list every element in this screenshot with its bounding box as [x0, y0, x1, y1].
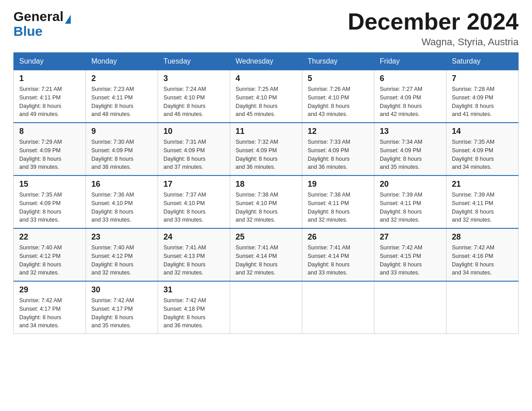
day-info: Sunrise: 7:35 AMSunset: 4:09 PMDaylight:…	[19, 192, 62, 223]
calendar-cell: 5 Sunrise: 7:26 AMSunset: 4:10 PMDayligh…	[302, 70, 374, 123]
logo-general-text: General	[13, 9, 64, 24]
day-number: 27	[380, 232, 441, 242]
calendar-cell: 20 Sunrise: 7:39 AMSunset: 4:11 PMDaylig…	[374, 176, 446, 228]
day-info: Sunrise: 7:33 AMSunset: 4:09 PMDaylight:…	[308, 139, 350, 170]
calendar-cell: 22 Sunrise: 7:40 AMSunset: 4:12 PMDaylig…	[14, 228, 86, 281]
day-number: 17	[163, 180, 224, 189]
day-number: 3	[163, 74, 224, 83]
calendar-cell	[374, 281, 446, 334]
calendar-cell: 9 Sunrise: 7:30 AMSunset: 4:09 PMDayligh…	[86, 123, 158, 176]
calendar-cell: 6 Sunrise: 7:27 AMSunset: 4:09 PMDayligh…	[374, 70, 446, 123]
day-number: 21	[452, 180, 513, 189]
calendar-week-2: 8 Sunrise: 7:29 AMSunset: 4:09 PMDayligh…	[14, 123, 519, 176]
calendar-cell: 8 Sunrise: 7:29 AMSunset: 4:09 PMDayligh…	[14, 123, 86, 176]
day-info: Sunrise: 7:29 AMSunset: 4:09 PMDaylight:…	[19, 139, 62, 170]
calendar-cell	[230, 281, 302, 334]
day-info: Sunrise: 7:38 AMSunset: 4:10 PMDaylight:…	[236, 192, 278, 223]
day-number: 26	[308, 232, 369, 242]
calendar-cell: 28 Sunrise: 7:42 AMSunset: 4:16 PMDaylig…	[446, 228, 519, 281]
day-number: 30	[91, 285, 152, 295]
calendar-cell: 27 Sunrise: 7:42 AMSunset: 4:15 PMDaylig…	[374, 228, 446, 281]
day-info: Sunrise: 7:35 AMSunset: 4:09 PMDaylight:…	[452, 139, 494, 170]
day-info: Sunrise: 7:39 AMSunset: 4:11 PMDaylight:…	[380, 192, 422, 223]
calendar-cell	[446, 281, 519, 334]
day-number: 25	[236, 232, 296, 242]
day-info: Sunrise: 7:41 AMSunset: 4:14 PMDaylight:…	[236, 244, 278, 276]
calendar-cell: 30 Sunrise: 7:42 AMSunset: 4:17 PMDaylig…	[86, 281, 158, 334]
calendar-week-3: 15 Sunrise: 7:35 AMSunset: 4:09 PMDaylig…	[14, 176, 519, 228]
day-info: Sunrise: 7:28 AMSunset: 4:09 PMDaylight:…	[452, 86, 494, 117]
day-info: Sunrise: 7:42 AMSunset: 4:18 PMDaylight:…	[163, 297, 206, 329]
logo-line1: General	[13, 9, 71, 24]
day-info: Sunrise: 7:42 AMSunset: 4:17 PMDaylight:…	[91, 297, 134, 329]
day-info: Sunrise: 7:27 AMSunset: 4:09 PMDaylight:…	[380, 86, 422, 117]
calendar-cell: 16 Sunrise: 7:36 AMSunset: 4:10 PMDaylig…	[86, 176, 158, 228]
page-header: General Blue December 2024 Wagna, Styria…	[13, 9, 519, 48]
calendar-cell: 1 Sunrise: 7:21 AMSunset: 4:11 PMDayligh…	[14, 70, 86, 123]
calendar-week-4: 22 Sunrise: 7:40 AMSunset: 4:12 PMDaylig…	[14, 228, 519, 281]
day-number: 19	[308, 180, 369, 189]
day-number: 6	[380, 74, 441, 83]
calendar-cell: 4 Sunrise: 7:25 AMSunset: 4:10 PMDayligh…	[230, 70, 302, 123]
col-saturday: Saturday	[446, 53, 519, 70]
calendar-cell: 7 Sunrise: 7:28 AMSunset: 4:09 PMDayligh…	[446, 70, 519, 123]
calendar-cell: 21 Sunrise: 7:39 AMSunset: 4:11 PMDaylig…	[446, 176, 519, 228]
calendar-table: Sunday Monday Tuesday Wednesday Thursday…	[13, 52, 519, 334]
day-info: Sunrise: 7:39 AMSunset: 4:11 PMDaylight:…	[452, 192, 494, 223]
calendar-cell	[302, 281, 374, 334]
logo-arrow-icon	[65, 15, 71, 24]
calendar-cell: 29 Sunrise: 7:42 AMSunset: 4:17 PMDaylig…	[14, 281, 86, 334]
day-number: 7	[452, 74, 513, 83]
page-subtitle: Wagna, Styria, Austria	[348, 36, 519, 48]
calendar-week-5: 29 Sunrise: 7:42 AMSunset: 4:17 PMDaylig…	[14, 281, 519, 334]
day-info: Sunrise: 7:24 AMSunset: 4:10 PMDaylight:…	[163, 86, 206, 117]
calendar-cell: 31 Sunrise: 7:42 AMSunset: 4:18 PMDaylig…	[158, 281, 230, 334]
day-info: Sunrise: 7:41 AMSunset: 4:13 PMDaylight:…	[163, 244, 206, 276]
calendar-cell: 14 Sunrise: 7:35 AMSunset: 4:09 PMDaylig…	[446, 123, 519, 176]
day-number: 15	[19, 180, 80, 189]
day-number: 10	[163, 127, 224, 136]
calendar-cell: 10 Sunrise: 7:31 AMSunset: 4:09 PMDaylig…	[158, 123, 230, 176]
page-title: December 2024	[348, 9, 519, 34]
day-number: 16	[91, 180, 152, 189]
day-info: Sunrise: 7:34 AMSunset: 4:09 PMDaylight:…	[380, 139, 422, 170]
col-friday: Friday	[374, 53, 446, 70]
day-number: 22	[19, 232, 80, 242]
day-info: Sunrise: 7:32 AMSunset: 4:09 PMDaylight:…	[236, 139, 278, 170]
day-info: Sunrise: 7:42 AMSunset: 4:16 PMDaylight:…	[452, 244, 494, 276]
calendar-cell: 13 Sunrise: 7:34 AMSunset: 4:09 PMDaylig…	[374, 123, 446, 176]
day-number: 11	[236, 127, 296, 136]
calendar-cell: 3 Sunrise: 7:24 AMSunset: 4:10 PMDayligh…	[158, 70, 230, 123]
day-number: 4	[236, 74, 296, 83]
day-number: 23	[91, 232, 152, 242]
day-info: Sunrise: 7:23 AMSunset: 4:11 PMDaylight:…	[91, 86, 134, 117]
day-number: 12	[308, 127, 369, 136]
calendar-cell: 15 Sunrise: 7:35 AMSunset: 4:09 PMDaylig…	[14, 176, 86, 228]
calendar-cell: 26 Sunrise: 7:41 AMSunset: 4:14 PMDaylig…	[302, 228, 374, 281]
col-monday: Monday	[86, 53, 158, 70]
col-sunday: Sunday	[14, 53, 86, 70]
day-number: 14	[452, 127, 513, 136]
calendar-cell: 19 Sunrise: 7:38 AMSunset: 4:11 PMDaylig…	[302, 176, 374, 228]
day-info: Sunrise: 7:38 AMSunset: 4:11 PMDaylight:…	[308, 192, 350, 223]
day-number: 2	[91, 74, 152, 83]
day-info: Sunrise: 7:41 AMSunset: 4:14 PMDaylight:…	[308, 244, 350, 276]
day-number: 18	[236, 180, 296, 189]
day-number: 9	[91, 127, 152, 136]
day-number: 24	[163, 232, 224, 242]
logo-blue-text: Blue	[13, 24, 43, 39]
calendar-week-1: 1 Sunrise: 7:21 AMSunset: 4:11 PMDayligh…	[14, 70, 519, 123]
calendar-cell: 2 Sunrise: 7:23 AMSunset: 4:11 PMDayligh…	[86, 70, 158, 123]
day-number: 8	[19, 127, 80, 136]
day-info: Sunrise: 7:37 AMSunset: 4:10 PMDaylight:…	[163, 192, 206, 223]
day-number: 5	[308, 74, 369, 83]
calendar-cell: 18 Sunrise: 7:38 AMSunset: 4:10 PMDaylig…	[230, 176, 302, 228]
day-info: Sunrise: 7:36 AMSunset: 4:10 PMDaylight:…	[91, 192, 134, 223]
logo-line2: Blue	[13, 24, 71, 39]
calendar-cell: 24 Sunrise: 7:41 AMSunset: 4:13 PMDaylig…	[158, 228, 230, 281]
calendar-cell: 17 Sunrise: 7:37 AMSunset: 4:10 PMDaylig…	[158, 176, 230, 228]
logo: General Blue	[13, 9, 71, 39]
calendar-cell: 25 Sunrise: 7:41 AMSunset: 4:14 PMDaylig…	[230, 228, 302, 281]
day-info: Sunrise: 7:40 AMSunset: 4:12 PMDaylight:…	[91, 244, 134, 276]
day-info: Sunrise: 7:42 AMSunset: 4:15 PMDaylight:…	[380, 244, 422, 276]
